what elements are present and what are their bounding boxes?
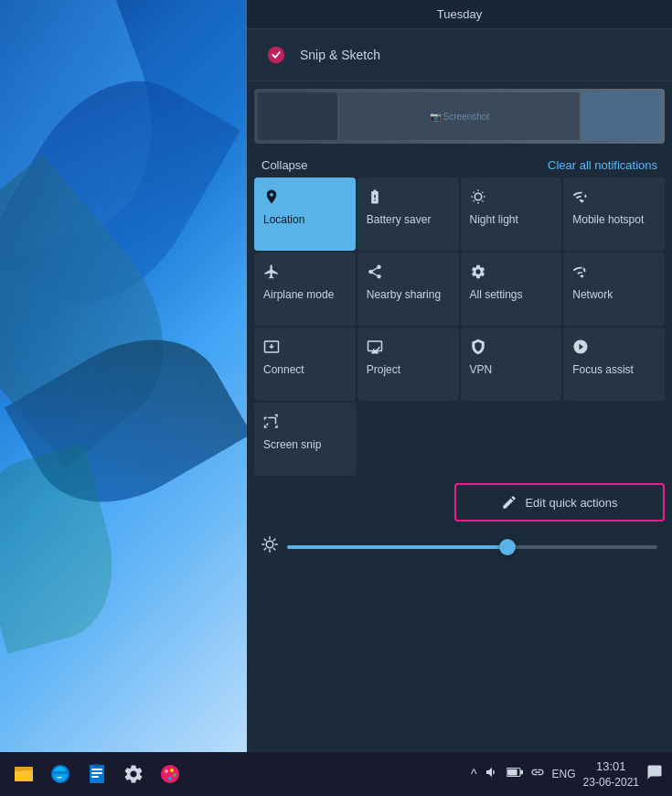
brightness-slider[interactable] [287, 545, 657, 549]
svg-line-8 [473, 200, 474, 201]
svg-point-10 [266, 541, 273, 548]
quick-actions-grid: Location Battery saver [247, 177, 672, 476]
network-icon [572, 264, 589, 283]
clock-time: 13:01 [583, 758, 639, 775]
qa-connect[interactable]: Connect [254, 328, 356, 401]
svg-line-6 [473, 192, 474, 193]
taskbar-paint[interactable] [154, 758, 187, 791]
tray-volume[interactable] [483, 763, 501, 784]
tray-lang[interactable]: ENG [550, 766, 578, 782]
qa-nearby-sharing[interactable]: Nearby sharing [357, 253, 459, 326]
clear-all-button[interactable]: Clear all notifications [548, 158, 657, 172]
svg-point-31 [173, 773, 176, 777]
qa-connect-label: Connect [263, 363, 304, 376]
clock-date: 23-06-2021 [583, 775, 639, 791]
taskbar-file-explorer[interactable] [7, 758, 40, 791]
svg-rect-26 [91, 776, 99, 778]
qa-screen-snip[interactable]: Screen snip [254, 403, 356, 476]
svg-line-16 [273, 548, 275, 550]
tray-link[interactable] [528, 763, 547, 784]
qa-airplane-mode[interactable]: Airplane mode [254, 253, 356, 326]
collapse-button[interactable]: Collapse [261, 158, 308, 172]
svg-point-29 [165, 769, 168, 773]
taskbar-notepad[interactable] [80, 758, 113, 791]
svg-line-7 [482, 200, 483, 201]
desktop-wallpaper [0, 0, 247, 759]
taskbar-edge[interactable] [44, 758, 77, 791]
qa-battery-saver[interactable]: Battery saver [357, 177, 459, 251]
screen-snip-icon [263, 414, 280, 433]
vpn-icon [470, 339, 486, 358]
svg-rect-20 [15, 770, 33, 781]
day-label: Tuesday [437, 7, 482, 21]
svg-line-17 [264, 548, 266, 550]
tray-chevron[interactable]: ^ [469, 765, 479, 783]
qa-nearby-sharing-label: Nearby sharing [367, 288, 441, 301]
action-center-panel: Tuesday Snip & Sketch 📷 Screenshot Colla… [247, 0, 672, 796]
svg-point-32 [168, 777, 172, 780]
taskbar-right: ^ ENG 13:01 23-06-202 [469, 758, 665, 791]
qa-battery-saver-label: Battery saver [367, 213, 432, 226]
battery-saver-icon [367, 188, 383, 208]
svg-rect-35 [520, 770, 523, 775]
qa-focus-assist-label: Focus assist [572, 363, 634, 376]
airplane-mode-icon [263, 264, 280, 283]
screenshot-thumbnail: 📷 Screenshot [254, 89, 665, 144]
brightness-row [247, 529, 672, 565]
svg-line-18 [273, 539, 275, 541]
qa-mobile-hotspot[interactable]: Mobile hotspot [563, 177, 665, 251]
snip-notification[interactable]: Snip & Sketch [247, 29, 672, 81]
edit-qa-label: Edit quick actions [525, 496, 617, 510]
svg-rect-21 [15, 767, 23, 771]
focus-assist-icon [572, 339, 589, 358]
qa-network[interactable]: Network [563, 253, 665, 326]
notification-center-button[interactable] [645, 762, 665, 786]
svg-rect-34 [507, 769, 517, 776]
project-icon [367, 339, 383, 358]
qa-all-settings[interactable]: All settings [461, 253, 562, 326]
system-tray: ^ ENG [469, 763, 578, 784]
qa-project[interactable]: Project [357, 328, 459, 401]
svg-line-15 [264, 539, 266, 541]
svg-line-9 [482, 192, 483, 193]
qa-vpn[interactable]: VPN [461, 328, 562, 401]
edit-quick-actions-button[interactable]: Edit quick actions [454, 483, 665, 522]
mobile-hotspot-icon [572, 188, 589, 208]
location-icon [263, 188, 280, 208]
night-light-icon [470, 188, 486, 208]
qa-location[interactable]: Location [254, 177, 356, 251]
svg-point-30 [170, 769, 174, 772]
all-settings-icon [470, 264, 486, 283]
qa-all-settings-label: All settings [470, 288, 523, 301]
svg-rect-24 [91, 769, 102, 770]
notification-actions-row: Collapse Clear all notifications [247, 151, 672, 177]
qa-airplane-mode-label: Airplane mode [263, 288, 334, 301]
date-bar: Tuesday [247, 0, 672, 29]
qa-vpn-label: VPN [470, 363, 493, 376]
qa-night-light[interactable]: Night light [461, 177, 562, 251]
nearby-sharing-icon [367, 264, 383, 283]
pencil-icon [501, 494, 517, 511]
snip-app-title: Snip & Sketch [300, 48, 380, 62]
taskbar: ^ ENG 13:01 23-06-202 [0, 752, 672, 796]
qa-project-label: Project [367, 363, 400, 376]
edit-quick-actions-row: Edit quick actions [247, 476, 672, 529]
brightness-icon [261, 536, 278, 557]
tray-battery[interactable] [505, 764, 525, 783]
svg-rect-25 [91, 772, 102, 774]
clock-area[interactable]: 13:01 23-06-2021 [583, 758, 639, 791]
svg-rect-27 [94, 764, 100, 767]
qa-location-label: Location [263, 213, 304, 226]
snip-app-icon [261, 40, 291, 70]
qa-network-label: Network [572, 288, 613, 301]
taskbar-settings[interactable] [117, 758, 150, 791]
qa-screen-snip-label: Screen snip [263, 438, 321, 451]
svg-point-0 [268, 47, 284, 63]
qa-night-light-label: Night light [470, 213, 518, 226]
qa-focus-assist[interactable]: Focus assist [563, 328, 665, 401]
qa-mobile-hotspot-label: Mobile hotspot [572, 213, 644, 226]
svg-point-1 [475, 193, 482, 200]
connect-icon [263, 339, 280, 358]
